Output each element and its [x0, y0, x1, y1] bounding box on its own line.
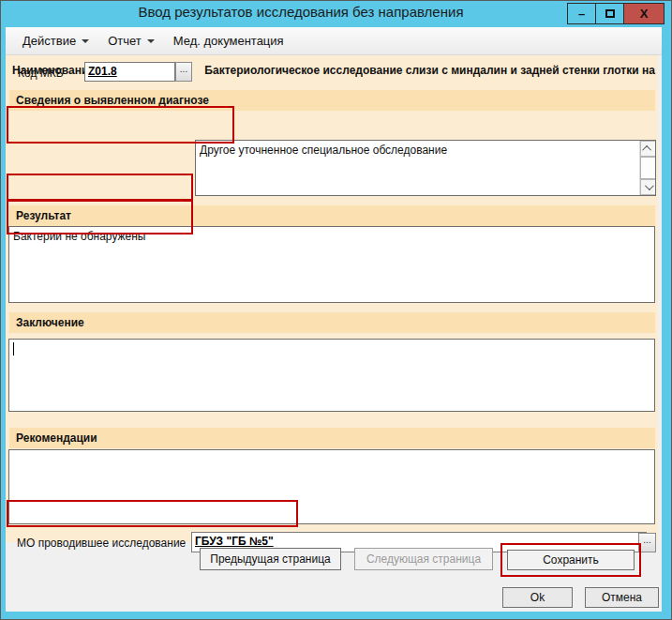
- window-title: Ввод результатов исследования без направ…: [1, 4, 601, 20]
- menu-report[interactable]: Отчет: [100, 30, 162, 52]
- maximize-button[interactable]: [595, 3, 624, 24]
- chevron-down-icon: [147, 39, 155, 43]
- conclusion-textarea[interactable]: [8, 339, 655, 412]
- section-result: Результат: [9, 205, 655, 226]
- close-icon: X: [640, 7, 649, 21]
- chevron-up-icon: [642, 145, 651, 155]
- diagnosis-description-textarea[interactable]: Другое уточненное специальное обследован…: [195, 140, 656, 196]
- minimize-button[interactable]: –: [567, 3, 596, 24]
- section-conclusion: Заключение: [9, 312, 655, 333]
- menu-action-label: Действие: [22, 34, 76, 48]
- chevron-down-icon: [82, 39, 89, 43]
- previous-page-button[interactable]: Предыдущая страница: [200, 548, 341, 570]
- diagnosis-scrollbar[interactable]: [639, 141, 655, 195]
- recommendations-textarea[interactable]: [8, 449, 655, 524]
- menu-bar: Действие Отчет Мед. документация: [6, 27, 662, 55]
- minimize-icon: –: [578, 7, 585, 21]
- maximize-icon: [605, 9, 615, 18]
- mkb-code-label: Код МКБ: [18, 67, 64, 80]
- scrollbar-thumb[interactable]: [640, 157, 656, 179]
- title-bar: Ввод результатов исследования без направ…: [1, 1, 672, 27]
- menu-med-docs-label: Мед. документация: [173, 34, 284, 48]
- mkb-lookup-button[interactable]: ...: [175, 62, 192, 82]
- menu-med-docs[interactable]: Мед. документация: [166, 30, 291, 52]
- study-name-value: Бактериологическое исследование слизи с …: [204, 64, 657, 77]
- next-page-button[interactable]: Следующая страница: [354, 548, 493, 570]
- scroll-down-button[interactable]: [640, 179, 656, 195]
- close-button[interactable]: X: [623, 3, 665, 24]
- mo-label: МО проводившее исследование: [17, 537, 186, 550]
- dialog-window: Ввод результатов исследования без направ…: [0, 0, 672, 620]
- client-area: Действие Отчет Мед. документация Наимено…: [6, 27, 662, 612]
- menu-report-label: Отчет: [108, 34, 142, 48]
- chevron-down-icon: [645, 181, 654, 190]
- result-text: Бактерии не обнаружены: [13, 230, 146, 243]
- section-recommendations: Рекомендации: [9, 428, 655, 448]
- text-caret: [13, 342, 14, 355]
- mo-lookup-button[interactable]: ...: [638, 533, 656, 552]
- ok-button[interactable]: Ok: [502, 587, 573, 608]
- menu-action[interactable]: Действие: [15, 30, 97, 52]
- form-content: Наименование исследования: Бактериологич…: [6, 55, 658, 542]
- section-diagnosis: Сведения о выявленном диагнозе: [9, 90, 655, 111]
- mkb-code-input[interactable]: Z01.8: [84, 62, 175, 82]
- scroll-up-button[interactable]: [640, 141, 656, 157]
- cancel-button[interactable]: Отмена: [585, 587, 659, 608]
- diagnosis-description-text: Другое уточненное специальное обследован…: [200, 144, 447, 157]
- save-button[interactable]: Сохранить: [507, 550, 635, 570]
- result-textarea[interactable]: Бактерии не обнаружены: [8, 226, 655, 303]
